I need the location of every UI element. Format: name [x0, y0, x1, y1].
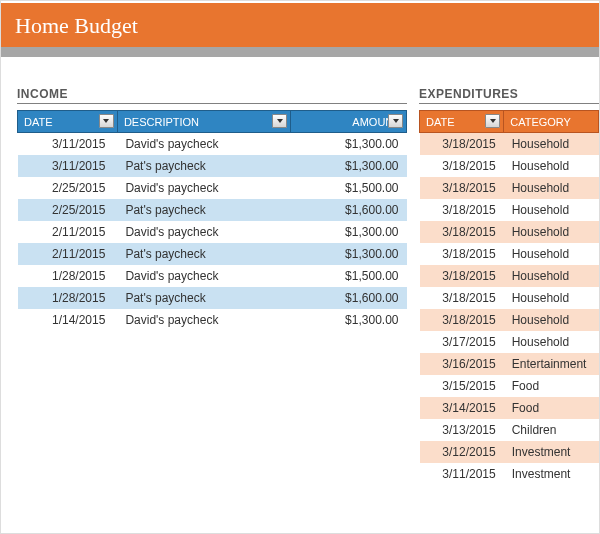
cell-date[interactable]: 3/14/2015	[420, 397, 504, 419]
table-row[interactable]: 3/11/2015Investment	[420, 463, 599, 485]
cell-date[interactable]: 2/11/2015	[18, 243, 118, 265]
cell-desc[interactable]: Pat's paycheck	[117, 243, 290, 265]
cell-date[interactable]: 3/18/2015	[420, 133, 504, 156]
table-row[interactable]: 3/18/2015Household	[420, 265, 599, 287]
cell-date[interactable]: 3/18/2015	[420, 287, 504, 309]
table-row[interactable]: 2/11/2015Pat's paycheck$1,300.00	[18, 243, 407, 265]
expend-header-cat[interactable]: CATEGORY	[504, 111, 599, 133]
table-row[interactable]: 3/12/2015Investment	[420, 441, 599, 463]
table-row[interactable]: 3/18/2015Household	[420, 199, 599, 221]
income-header-amount[interactable]: AMOUNT	[291, 111, 407, 133]
cell-category[interactable]: Household	[504, 199, 599, 221]
table-row[interactable]: 3/18/2015Household	[420, 287, 599, 309]
table-row[interactable]: 2/25/2015David's paycheck$1,500.00	[18, 177, 407, 199]
cell-date[interactable]: 1/28/2015	[18, 265, 118, 287]
expend-header-date[interactable]: DATE	[420, 111, 504, 133]
cell-category[interactable]: Food	[504, 397, 599, 419]
cell-category[interactable]: Household	[504, 177, 599, 199]
table-row[interactable]: 1/28/2015David's paycheck$1,500.00	[18, 265, 407, 287]
cell-date[interactable]: 3/18/2015	[420, 243, 504, 265]
cell-date[interactable]: 1/14/2015	[18, 309, 118, 331]
income-header-desc[interactable]: DESCRIPTION	[117, 111, 290, 133]
table-row[interactable]: 3/16/2015Entertainment	[420, 353, 599, 375]
cell-desc[interactable]: Pat's paycheck	[117, 287, 290, 309]
cell-date[interactable]: 3/12/2015	[420, 441, 504, 463]
cell-category[interactable]: Household	[504, 309, 599, 331]
cell-date[interactable]: 3/17/2015	[420, 331, 504, 353]
cell-category[interactable]: Investment	[504, 463, 599, 485]
income-header-date[interactable]: DATE	[18, 111, 118, 133]
expend-section-title: EXPENDITURES	[419, 87, 599, 104]
cell-category[interactable]: Food	[504, 375, 599, 397]
table-row[interactable]: 3/18/2015Household	[420, 309, 599, 331]
cell-category[interactable]: Investment	[504, 441, 599, 463]
page-title: Home Budget	[1, 1, 599, 47]
cell-desc[interactable]: David's paycheck	[117, 177, 290, 199]
cell-date[interactable]: 3/11/2015	[420, 463, 504, 485]
table-row[interactable]: 1/28/2015Pat's paycheck$1,600.00	[18, 287, 407, 309]
cell-desc[interactable]: David's paycheck	[117, 265, 290, 287]
cell-date[interactable]: 3/11/2015	[18, 155, 118, 177]
cell-date[interactable]: 3/18/2015	[420, 177, 504, 199]
cell-date[interactable]: 2/11/2015	[18, 221, 118, 243]
cell-date[interactable]: 3/18/2015	[420, 265, 504, 287]
table-row[interactable]: 3/18/2015Household	[420, 177, 599, 199]
table-row[interactable]: 3/18/2015Household	[420, 221, 599, 243]
filter-icon[interactable]	[99, 114, 114, 128]
cell-amount[interactable]: $1,300.00	[291, 133, 407, 156]
table-row[interactable]: 3/11/2015Pat's paycheck$1,300.00	[18, 155, 407, 177]
filter-icon[interactable]	[388, 114, 403, 128]
cell-date[interactable]: 3/13/2015	[420, 419, 504, 441]
cell-amount[interactable]: $1,500.00	[291, 177, 407, 199]
cell-desc[interactable]: David's paycheck	[117, 309, 290, 331]
table-row[interactable]: 1/14/2015David's paycheck$1,300.00	[18, 309, 407, 331]
filter-icon[interactable]	[485, 114, 500, 128]
cell-category[interactable]: Household	[504, 221, 599, 243]
cell-category[interactable]: Household	[504, 243, 599, 265]
table-row[interactable]: 3/17/2015Household	[420, 331, 599, 353]
cell-date[interactable]: 1/28/2015	[18, 287, 118, 309]
cell-amount[interactable]: $1,300.00	[291, 243, 407, 265]
cell-date[interactable]: 3/18/2015	[420, 155, 504, 177]
table-row[interactable]: 3/14/2015Food	[420, 397, 599, 419]
cell-date[interactable]: 3/18/2015	[420, 309, 504, 331]
filter-icon[interactable]	[272, 114, 287, 128]
cell-amount[interactable]: $1,300.00	[291, 221, 407, 243]
table-row[interactable]: 3/18/2015Household	[420, 155, 599, 177]
cell-amount[interactable]: $1,300.00	[291, 155, 407, 177]
cell-date[interactable]: 3/18/2015	[420, 221, 504, 243]
cell-amount[interactable]: $1,500.00	[291, 265, 407, 287]
cell-amount[interactable]: $1,600.00	[291, 199, 407, 221]
cell-date[interactable]: 2/25/2015	[18, 177, 118, 199]
table-row[interactable]: 3/15/2015Food	[420, 375, 599, 397]
table-row[interactable]: 2/25/2015Pat's paycheck$1,600.00	[18, 199, 407, 221]
cell-category[interactable]: Children	[504, 419, 599, 441]
cell-desc[interactable]: David's paycheck	[117, 133, 290, 156]
cell-category[interactable]: Household	[504, 287, 599, 309]
income-section-title: INCOME	[17, 87, 407, 104]
cell-desc[interactable]: Pat's paycheck	[117, 155, 290, 177]
table-row[interactable]: 3/13/2015Children	[420, 419, 599, 441]
cell-category[interactable]: Household	[504, 155, 599, 177]
cell-category[interactable]: Household	[504, 265, 599, 287]
cell-desc[interactable]: Pat's paycheck	[117, 199, 290, 221]
cell-amount[interactable]: $1,600.00	[291, 287, 407, 309]
cell-category[interactable]: Entertainment	[504, 353, 599, 375]
cell-date[interactable]: 2/25/2015	[18, 199, 118, 221]
table-row[interactable]: 3/18/2015Household	[420, 133, 599, 156]
cell-date[interactable]: 3/18/2015	[420, 199, 504, 221]
divider	[1, 47, 599, 57]
table-row[interactable]: 2/11/2015David's paycheck$1,300.00	[18, 221, 407, 243]
table-row[interactable]: 3/11/2015David's paycheck$1,300.00	[18, 133, 407, 156]
cell-desc[interactable]: David's paycheck	[117, 221, 290, 243]
cell-category[interactable]: Household	[504, 331, 599, 353]
cell-date[interactable]: 3/15/2015	[420, 375, 504, 397]
income-table: DATE DESCRIPTION AMOUNT 3/11/2015David's…	[17, 110, 407, 331]
table-row[interactable]: 3/18/2015Household	[420, 243, 599, 265]
expend-table: DATE CATEGORY 3/18/2015Household3/18/201…	[419, 110, 599, 485]
cell-date[interactable]: 3/11/2015	[18, 133, 118, 156]
cell-category[interactable]: Household	[504, 133, 599, 156]
cell-amount[interactable]: $1,300.00	[291, 309, 407, 331]
cell-date[interactable]: 3/16/2015	[420, 353, 504, 375]
